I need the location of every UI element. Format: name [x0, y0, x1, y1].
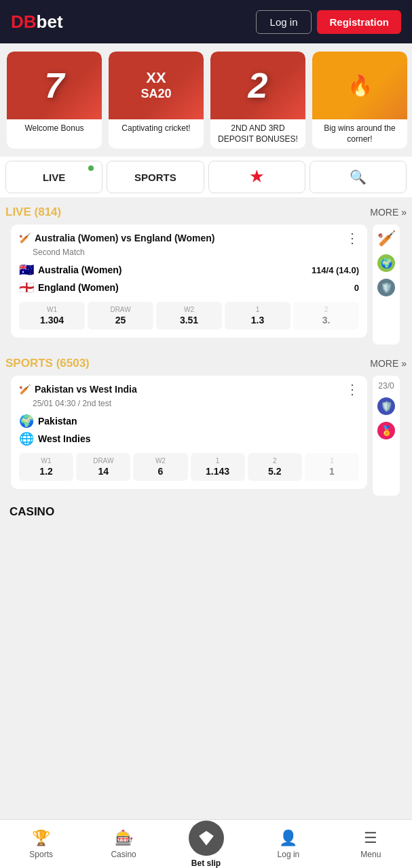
- sports-team2-row: 🌐 West Indies: [19, 431, 359, 446]
- sports-more-link[interactable]: MORE »: [370, 358, 407, 369]
- bottom-nav-login-label: Log in: [278, 850, 300, 859]
- sports-team2-flag: 🌐: [19, 431, 34, 446]
- sports-match-title-row: 🏏 Pakistan vs West India ⋮: [19, 382, 359, 396]
- tab-live[interactable]: LIVE: [5, 161, 102, 193]
- live-side-flag2: 🛡️: [377, 279, 395, 296]
- diamond-icon: [198, 829, 215, 847]
- promo-icon-4: 🔥: [348, 74, 373, 98]
- sports-odds-row: W1 1.2 DRAW 14 W2 6 1 1.143: [19, 453, 359, 481]
- match-options-button[interactable]: ⋮: [345, 231, 359, 245]
- sports-section: SPORTS (6503) MORE » 🏏 Pakistan vs West …: [0, 349, 412, 496]
- sports-side-card: 23/0 🛡️ 🏅: [373, 376, 400, 496]
- sports-cricket-icon: 🏏: [19, 384, 31, 395]
- odds-2[interactable]: 2 3.: [293, 302, 359, 330]
- team2-flag: 🏴󠁧󠁢󠁥󠁮󠁧󠁿: [19, 280, 34, 295]
- tab-favorites[interactable]: ★: [208, 161, 305, 193]
- team1-name: 🇦🇺 Australia (Women): [19, 262, 121, 277]
- sports-match-title-left: 🏏 Pakistan vs West India: [19, 384, 137, 395]
- promo-card-bigwins[interactable]: 🔥 Big wins around the corner!: [312, 52, 407, 149]
- team2-name: 🏴󠁧󠁢󠁥󠁮󠁧󠁿 England (Women): [19, 280, 119, 295]
- bottom-nav-betslip[interactable]: Bet slip: [165, 820, 247, 868]
- promo-card-cricket[interactable]: XX SA20 Captivating cricket!: [109, 52, 204, 149]
- promo-label-4: Big wins around the corner!: [312, 119, 407, 149]
- team1-score: 114/4 (14.0): [312, 265, 359, 275]
- tab-live-label: LIVE: [43, 172, 65, 183]
- sports-match-scroll: 🏏 Pakistan vs West India ⋮ 25/01 04:30 /…: [5, 376, 407, 496]
- promo-section: 7 Welcome Bonus XX SA20 Captivating cric…: [0, 43, 412, 157]
- user-icon: 👤: [279, 829, 297, 847]
- promo-icon-2a: XX: [146, 71, 166, 85]
- promo-image-3: 2: [210, 52, 305, 119]
- sports-section-header: SPORTS (6503) MORE »: [5, 349, 407, 376]
- bottom-nav-casino[interactable]: 🎰 Casino: [82, 820, 164, 868]
- promo-label-2: Captivating cricket!: [109, 119, 204, 138]
- sports-section-title: SPORTS (6503): [5, 357, 90, 370]
- bottom-nav-sports-label: Sports: [29, 850, 53, 859]
- tab-search[interactable]: 🔍: [310, 161, 407, 193]
- promo-card-welcome[interactable]: 7 Welcome Bonus: [7, 52, 102, 149]
- bottom-nav-login[interactable]: 👤 Log in: [247, 820, 329, 868]
- bottom-nav-menu-label: Menu: [360, 850, 381, 859]
- sports-team1-name: 🌍 Pakistan: [19, 414, 77, 429]
- cricket-icon: 🏏: [19, 233, 31, 243]
- live-match-title-left: 🏏 Australia (Women) vs England (Women): [19, 233, 215, 243]
- live-odds-row: W1 1.304 DRAW 25 W2 3.51 1 1.3: [19, 302, 359, 330]
- header-buttons: Log in Registration: [256, 10, 401, 34]
- sports-odds-draw[interactable]: DRAW 14: [76, 453, 130, 481]
- live-match-scroll: 🏏 Australia (Women) vs England (Women) ⋮…: [5, 224, 407, 344]
- casino-section-title: CASINO: [10, 505, 54, 518]
- sports-side-flag2: 🏅: [377, 422, 395, 439]
- star-icon: ★: [250, 168, 263, 186]
- register-button[interactable]: Registration: [317, 10, 401, 34]
- sports-match-options-button[interactable]: ⋮: [345, 382, 359, 396]
- tab-sports-label: SPORTS: [134, 172, 176, 183]
- promo-icon-1: 7: [45, 65, 64, 106]
- casino-icon: 🎰: [115, 829, 133, 847]
- live-section: LIVE (814) MORE » 🏏 Australia (Women) vs…: [0, 197, 412, 344]
- sports-odds-3[interactable]: 1 1: [305, 453, 359, 481]
- promo-image-2: XX SA20: [109, 52, 204, 119]
- live-match-subtitle: Second Match: [19, 248, 359, 257]
- odds-w2[interactable]: W2 3.51: [156, 302, 222, 330]
- team2-row: 🏴󠁧󠁢󠁥󠁮󠁧󠁿 England (Women) 0: [19, 280, 359, 295]
- sports-odds-w1[interactable]: W1 1.2: [19, 453, 73, 481]
- bottom-nav-betslip-label: Bet slip: [191, 859, 221, 868]
- promo-icon-3: 2: [248, 65, 268, 106]
- sports-side-sport1-icon: 23/0: [378, 381, 394, 391]
- live-match-title: Australia (Women) vs England (Women): [35, 233, 215, 243]
- live-match-card: 🏏 Australia (Women) vs England (Women) ⋮…: [11, 224, 367, 338]
- live-more-link[interactable]: MORE »: [370, 207, 407, 218]
- sports-odds-w2[interactable]: W2 6: [133, 453, 187, 481]
- trophy-icon: 🏆: [32, 829, 50, 847]
- sports-odds-2[interactable]: 2 5.2: [248, 453, 302, 481]
- team1-row: 🇦🇺 Australia (Women) 114/4 (14.0): [19, 262, 359, 277]
- bottom-nav-sports[interactable]: 🏆 Sports: [0, 820, 82, 868]
- promo-image-1: 7: [7, 52, 102, 119]
- sports-odds-1[interactable]: 1 1.143: [191, 453, 245, 481]
- live-section-title: LIVE (814): [5, 205, 61, 219]
- sports-side-flag1: 🛡️: [377, 397, 395, 415]
- promo-image-4: 🔥: [312, 52, 407, 119]
- sports-team1-flag: 🌍: [19, 414, 34, 429]
- nav-tabs: LIVE SPORTS ★ 🔍: [0, 157, 412, 197]
- live-match-title-row: 🏏 Australia (Women) vs England (Women) ⋮: [19, 231, 359, 245]
- promo-label-3: 2ND AND 3RD DEPOSIT BONUSES!: [210, 119, 305, 149]
- betslip-icon: [189, 821, 224, 856]
- odds-w1[interactable]: W1 1.304: [19, 302, 85, 330]
- odds-draw[interactable]: DRAW 25: [88, 302, 153, 330]
- odds-1[interactable]: 1 1.3: [225, 302, 291, 330]
- sports-team2-name: 🌐 West Indies: [19, 431, 91, 446]
- bottom-nav-menu[interactable]: ☰ Menu: [330, 820, 412, 868]
- bottom-nav-casino-label: Casino: [111, 850, 136, 859]
- live-side-card: 🏏 🌍 🛡️: [373, 224, 400, 344]
- tab-sports[interactable]: SPORTS: [107, 161, 204, 193]
- menu-icon: ☰: [364, 829, 377, 847]
- header: DBbet Log in Registration: [0, 0, 412, 43]
- sports-match-row: 🏏 Pakistan vs West India ⋮ 25/01 04:30 /…: [5, 376, 407, 496]
- live-match-row: 🏏 Australia (Women) vs England (Women) ⋮…: [5, 224, 407, 344]
- sports-match-subtitle: 25/01 04:30 / 2nd test: [19, 399, 359, 408]
- login-button[interactable]: Log in: [256, 10, 312, 34]
- bottom-nav: 🏆 Sports 🎰 Casino Bet slip 👤 Log in ☰ Me…: [0, 819, 412, 868]
- promo-card-deposit[interactable]: 2 2ND AND 3RD DEPOSIT BONUSES!: [210, 52, 305, 149]
- logo-bet: bet: [37, 12, 63, 33]
